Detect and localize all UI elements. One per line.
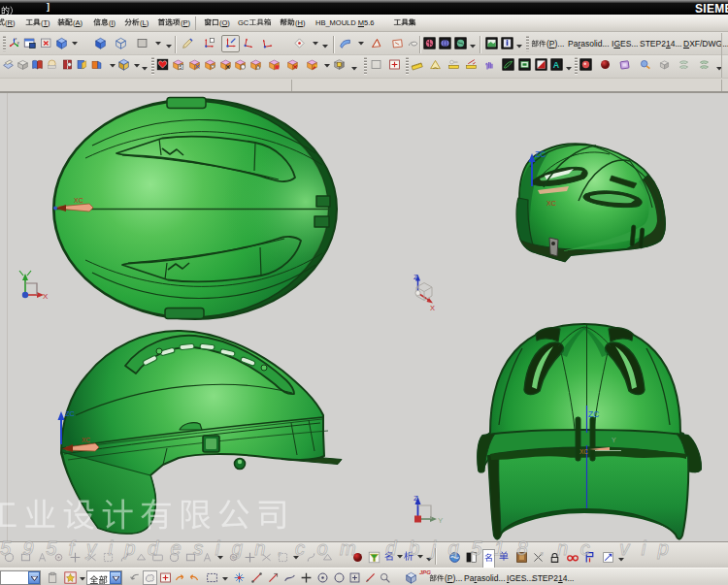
svg-text:y: y xyxy=(17,40,20,45)
svg-text:Y: Y xyxy=(438,516,444,525)
svg-text:5: 5 xyxy=(180,65,182,70)
svg-text:X: X xyxy=(430,304,435,312)
svg-text:X: X xyxy=(43,292,49,301)
svg-text:Y: Y xyxy=(612,437,616,443)
svg-text:XC: XC xyxy=(82,437,90,443)
svg-text:XC: XC xyxy=(579,448,588,455)
svg-text:XC: XC xyxy=(74,197,83,204)
svg-text:ZC: ZC xyxy=(535,149,546,159)
svg-text:XC: XC xyxy=(546,200,556,207)
svg-text:A: A xyxy=(553,60,560,70)
svg-text:Z: Z xyxy=(414,494,418,503)
svg-text:ZC: ZC xyxy=(588,409,599,419)
svg-text:ZC: ZC xyxy=(65,409,76,418)
svg-text:Z: Z xyxy=(414,273,418,281)
